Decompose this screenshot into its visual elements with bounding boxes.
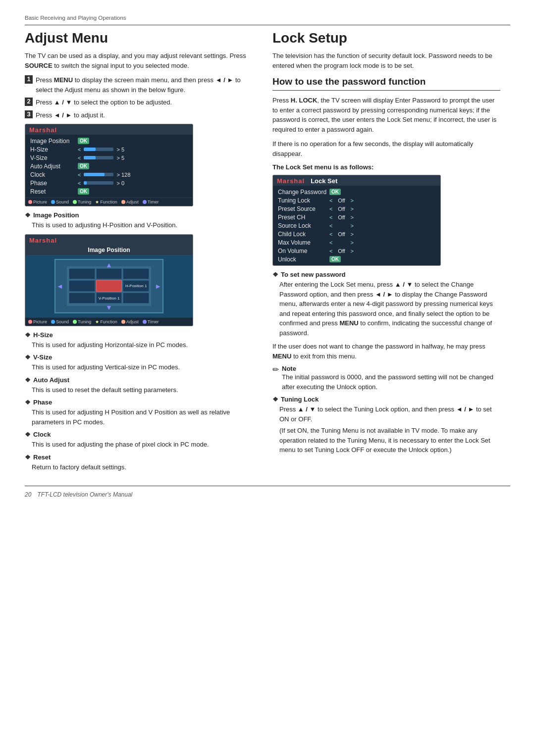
diamond-icon-7: ❖ xyxy=(25,454,31,461)
menu-row-clock: Clock < > 128 xyxy=(30,170,188,179)
ls-arrow-left-6: < xyxy=(329,240,332,246)
adjust-menu-title: Adjust Menu xyxy=(25,30,253,46)
clock-title: ❖ Clock xyxy=(25,431,253,438)
diamond-icon-1: ❖ xyxy=(25,211,31,219)
section-vsize: ❖ V-Size This is used for adjusting Vert… xyxy=(25,353,253,372)
footer-text: TFT-LCD television Owner's Manual xyxy=(37,491,132,498)
ls-label-preset-ch: Preset CH xyxy=(278,214,327,221)
slider-hsize xyxy=(84,148,113,151)
step-2: 2 Press ▲ / ▼ to select the option to be… xyxy=(25,98,253,107)
ls-arrow-left-5: < xyxy=(329,231,332,237)
set-new-password-label: To set new password xyxy=(281,271,346,278)
diamond-icon-4: ❖ xyxy=(25,376,31,384)
bottom-sound: Sound xyxy=(51,200,69,204)
v-label: V-Position 1 xyxy=(99,296,120,301)
menu-label-phase: Phase xyxy=(30,180,75,187)
phase-label: Phase xyxy=(33,399,52,406)
ls-label-on-volume: On Volume xyxy=(278,248,327,254)
value-phase: > 0 xyxy=(116,180,124,186)
ls-value-tuning-lock: Off xyxy=(334,198,349,203)
page: Basic Receiving and Playing Operations A… xyxy=(0,0,535,756)
arrow-left-hsize: < xyxy=(78,147,81,152)
bottom-timer: Timer xyxy=(143,200,159,204)
ls-arrow-right-2: > xyxy=(350,206,353,212)
ls-value-child-lock: Off xyxy=(334,231,349,237)
adjust-menu-screenshot: Marshal Image Position OK H-Size < > 5 V… xyxy=(25,124,193,206)
img-pos-title: Image Position xyxy=(25,245,193,255)
diamond-icon-6: ❖ xyxy=(25,431,31,438)
menu-label-clock: Clock xyxy=(30,171,75,178)
step-text-3: Press ◄ / ► to adjust it. xyxy=(36,110,253,120)
diamond-icon-3: ❖ xyxy=(25,353,31,361)
ls-label-tuning-lock: Tuning Lock xyxy=(278,197,327,204)
image-position-screenshot: Marshal Image Position ▲ ▼ ◄ ► xyxy=(25,234,193,326)
menu-row-hsize: H-Size < > 5 xyxy=(30,145,188,153)
image-position-body: This is used to adjusting H-Position and… xyxy=(32,220,253,230)
dot-timer-2 xyxy=(143,320,147,324)
note-title: Note xyxy=(282,365,296,372)
ok-btn-change-pw: OK xyxy=(329,189,341,195)
bottom-function-2: ★Function xyxy=(95,319,117,324)
menu-row-image-position: Image Position OK xyxy=(30,137,188,145)
diamond-icon-8: ❖ xyxy=(272,271,278,278)
arrow-up-icon: ▲ xyxy=(106,261,112,269)
phase-body: This is used for adjusting H Position an… xyxy=(32,407,253,427)
bottom-picture: Picture xyxy=(28,200,47,204)
value-clock: > 128 xyxy=(116,172,130,178)
breadcrumb: Basic Receiving and Playing Operations xyxy=(25,15,510,21)
section-phase: ❖ Phase This is used for adjusting H Pos… xyxy=(25,399,253,427)
ls-label-preset-source: Preset Source xyxy=(278,205,327,212)
vsize-body: This is used for adjusting Vertical-size… xyxy=(32,362,253,372)
tv-cell-center xyxy=(96,280,122,292)
note-content: Note The initial password is 0000, and t… xyxy=(282,365,500,392)
section-hsize: ❖ H-Size This is used for adjusting Hori… xyxy=(25,331,253,350)
ls-ctrl-preset-ch: < Off > xyxy=(329,214,354,220)
menu-label-image-position: Image Position xyxy=(30,138,75,145)
ls-row-child-lock: Child Lock < Off > xyxy=(278,230,435,238)
slider-phase xyxy=(84,181,113,185)
tuning-lock-label: Tuning Lock xyxy=(281,396,319,403)
ls-arrow-right-6: > xyxy=(350,240,353,246)
menu-body: Image Position OK H-Size < > 5 V-Size < … xyxy=(25,135,193,198)
bottom-adjust: Adjust xyxy=(121,200,139,204)
steps-list: 1 Press MENU to display the screen main … xyxy=(25,75,253,120)
lock-set-screenshot: Marshal Lock Set Change Password OK Tuni… xyxy=(272,175,441,266)
tv-cell-mr: H-Position 1 xyxy=(123,280,149,292)
tv-cell-br xyxy=(123,293,149,304)
ls-label-source-lock: Source Lock xyxy=(278,222,327,229)
h-label: H-Position 1 xyxy=(125,284,147,288)
ls-row-unlock: Unlock OK xyxy=(278,255,435,263)
clock-label: Clock xyxy=(33,431,51,438)
dot-timer xyxy=(143,200,147,204)
img-pos-bottom-bar: Picture Sound Tuning ★Function Adjust Ti… xyxy=(25,317,193,326)
step-text-2: Press ▲ / ▼ to select the option to be a… xyxy=(36,98,253,107)
ls-label-unlock: Unlock xyxy=(278,256,327,263)
dot-sound xyxy=(51,200,55,204)
step-num-2: 2 xyxy=(25,98,33,106)
menu-label-reset: Reset xyxy=(30,188,75,195)
step-text-1: Press MENU to display the screen main me… xyxy=(36,75,253,95)
value-hsize: > 5 xyxy=(116,147,124,152)
bottom-adjust-2: Adjust xyxy=(121,319,139,324)
menu-row-vsize: V-Size < > 5 xyxy=(30,153,188,162)
bottom-function: ★Function xyxy=(95,200,117,204)
hsize-title: ❖ H-Size xyxy=(25,331,253,339)
note-icon: ✏ xyxy=(272,365,279,374)
section-image-position: ❖ Image Position This is used to adjusti… xyxy=(25,211,253,326)
ls-arrow-left-2: < xyxy=(329,206,332,212)
section-tuning-lock: ❖ Tuning Lock Press ▲ / ▼ to select the … xyxy=(272,396,500,455)
ls-value-preset-source: Off xyxy=(334,206,349,212)
reset-label: Reset xyxy=(33,454,51,461)
ls-row-on-volume: On Volume < Off > xyxy=(278,247,435,255)
adjust-intro: The TV can be used as a display, and you… xyxy=(25,51,253,70)
arrow-right-icon: ► xyxy=(155,282,161,290)
tv-cell-bl xyxy=(69,293,95,304)
image-position-label: Image Position xyxy=(33,211,79,219)
marshal-logo: Marshal xyxy=(29,126,57,134)
two-column-layout: Adjust Menu The TV can be used as a disp… xyxy=(25,25,510,476)
phase-title: ❖ Phase xyxy=(25,399,253,406)
ls-arrow-right-4: > xyxy=(350,223,353,229)
how-to-intro: Press H. LOCK, the TV screen will displa… xyxy=(272,96,500,134)
section-clock: ❖ Clock This is used for adjusting the p… xyxy=(25,431,253,450)
how-to-rule xyxy=(272,90,500,91)
